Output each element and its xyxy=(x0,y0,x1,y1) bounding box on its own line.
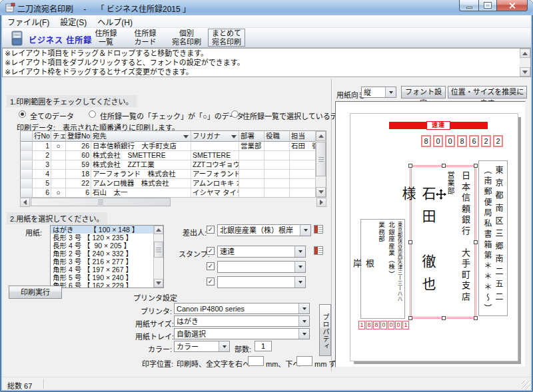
maximize-button[interactable] xyxy=(478,0,497,11)
tab-individual-print[interactable]: 個別 宛名印刷 xyxy=(166,29,207,47)
paper-size-combo[interactable]: はがき xyxy=(174,315,310,327)
chevron-down-icon[interactable] xyxy=(300,225,310,236)
menu-file[interactable]: ファイル(F) xyxy=(2,15,55,29)
menu-settings[interactable]: 設定(S) xyxy=(55,15,92,29)
col-header-title[interactable]: 役職 xyxy=(265,131,290,142)
resize-handle[interactable] xyxy=(408,240,412,244)
recipient-postal-code[interactable]: 8 0 0 8 6 2 2 xyxy=(421,135,503,147)
table-row[interactable]: 359株式会社 ZZT工業ZZTコウギョウ xyxy=(21,160,326,170)
radio-all-data[interactable] xyxy=(19,110,26,118)
chevron-down-icon[interactable] xyxy=(294,277,305,288)
express-stamp-bar[interactable]: 速達 xyxy=(389,122,488,129)
tab-address-list[interactable]: 住所録 一覧 xyxy=(87,29,125,47)
list-item[interactable]: はがき 【 100 × 148 】 xyxy=(51,226,163,234)
scroll-up-icon[interactable] xyxy=(520,49,530,58)
tab-address-card[interactable]: 住所録 カード xyxy=(126,29,165,47)
grid-vertical-scrollbar[interactable] xyxy=(315,131,326,197)
close-button[interactable] xyxy=(497,0,528,11)
paper-size-listbox[interactable]: はがき 【 100 × 148 】 長形 3 号 【 120 × 235 】 長… xyxy=(50,225,164,288)
scroll-up-icon[interactable] xyxy=(316,131,326,141)
stamp-combo-1[interactable]: 速達 xyxy=(217,246,306,258)
scrollbar-thumb[interactable] xyxy=(316,142,326,176)
color-combo[interactable]: カラー xyxy=(174,341,230,352)
stamp-card-icon[interactable] xyxy=(314,246,323,255)
radio-selected-data[interactable] xyxy=(231,110,239,118)
list-item[interactable]: 角形 6 号 【 162 × 229 】 xyxy=(51,282,163,288)
menu-help[interactable]: ヘルプ(H) xyxy=(92,15,138,29)
recipient-address-frame[interactable]: 東京都南区三郷南二五二 （南郵便局私書箱第＊＊＊〜） xyxy=(478,160,508,316)
resize-handle[interactable] xyxy=(474,316,478,320)
tab-batch-print[interactable]: まとめて 宛名印刷 xyxy=(208,29,245,47)
radio-checked-data-label[interactable]: 住所録一覧の「チェック」が「○」のデータ xyxy=(100,110,244,121)
tray-combo[interactable]: 自動選択 xyxy=(174,328,310,339)
stamp-combo-2[interactable] xyxy=(217,261,306,273)
sender-checkbox[interactable]: ✓ xyxy=(207,226,215,234)
resize-handle[interactable] xyxy=(408,316,412,320)
col-header-addressee[interactable]: 宛先 xyxy=(91,131,191,142)
sort-descending-icon[interactable] xyxy=(231,135,237,138)
print-execute-button[interactable]: 印刷実行 xyxy=(9,286,62,299)
resize-handle[interactable] xyxy=(442,164,446,168)
list-item[interactable]: 角形 2 号 【 240 × 332 】 xyxy=(51,250,163,258)
reset-position-size-button[interactable]: 位置・サイズを推奨に戻す xyxy=(448,86,527,98)
chevron-down-icon[interactable] xyxy=(298,329,309,339)
minimize-button[interactable] xyxy=(459,0,478,11)
chevron-down-icon[interactable] xyxy=(294,262,305,272)
font-settings-button[interactable]: フォント設定 xyxy=(401,86,446,98)
scroll-down-icon[interactable] xyxy=(154,279,163,288)
table-row[interactable]: 522アムンロ機器 株式会社アムンロキキ カブシ xyxy=(21,179,326,188)
scroll-down-icon[interactable] xyxy=(520,67,530,77)
resize-handle[interactable] xyxy=(474,164,478,168)
scroll-right-icon[interactable] xyxy=(316,198,326,207)
printer-combo[interactable]: Canon iP4800 series xyxy=(174,303,310,314)
list-item[interactable]: 角形 5 号 【 190 × 240 】 xyxy=(51,274,163,282)
scroll-down-icon[interactable] xyxy=(316,187,326,197)
scrollbar-thumb[interactable] xyxy=(31,198,171,206)
radio-checked-data[interactable] xyxy=(89,110,96,118)
col-header-check[interactable]: チェ xyxy=(51,131,66,142)
stamp-checkbox-2[interactable]: ✓ xyxy=(207,262,215,270)
chevron-down-icon[interactable] xyxy=(298,303,309,313)
title-bar[interactable]: 二刀流宛名印刷 - 「 ビジネス住所録2015 」 xyxy=(0,0,533,15)
scrollbar-thumb[interactable] xyxy=(154,242,163,258)
col-header-dept[interactable]: 部署 xyxy=(239,131,265,142)
chevron-down-icon[interactable] xyxy=(219,341,229,351)
table-row[interactable]: 6○6石山 太一イシヤマ タイチ xyxy=(21,188,326,198)
grid-horizontal-scrollbar[interactable] xyxy=(20,197,326,207)
table-row[interactable]: 260株式会社 SMETTERESMETTERE xyxy=(21,151,326,160)
orientation-combo[interactable]: 縦 xyxy=(361,87,396,98)
paper-list-scrollbar[interactable] xyxy=(153,226,163,288)
stamp-combo-3[interactable] xyxy=(217,276,306,288)
col-header-reg-no[interactable]: 登録No xyxy=(66,131,91,142)
col-header-kana[interactable]: フリガナ xyxy=(191,131,239,142)
resize-grip[interactable] xyxy=(522,381,530,389)
chevron-down-icon[interactable] xyxy=(298,316,309,326)
chevron-down-icon[interactable] xyxy=(294,246,305,257)
chevron-down-icon[interactable] xyxy=(385,87,396,97)
col-header-row-no[interactable]: 行No xyxy=(33,131,51,142)
notes-scrollbar[interactable] xyxy=(520,49,530,77)
table-row[interactable]: 418アーフォランド 株式会社アーフォランド カブ xyxy=(21,170,326,179)
postcard-preview[interactable]: 速達 8 0 0 8 6 2 2 東京都南区三郷南二五二 （南郵便局私書箱第＊＊… xyxy=(350,113,518,361)
resize-handle[interactable] xyxy=(442,316,446,320)
scroll-left-icon[interactable] xyxy=(20,198,30,207)
resize-handle[interactable] xyxy=(474,240,478,244)
list-item[interactable]: 角形 3 号 【 216 × 277 】 xyxy=(51,258,163,266)
copies-input[interactable]: 1 xyxy=(255,341,272,351)
properties-button[interactable]: プロパティ xyxy=(319,304,331,356)
col-header-contact[interactable]: 担当 xyxy=(290,131,316,142)
list-item[interactable]: 長形 3 号 【 120 × 235 】 xyxy=(51,234,163,242)
table-row[interactable]: 1○26日本信頼銀行 大手町支店営業部石田 徹也 xyxy=(21,142,326,151)
resize-handle[interactable] xyxy=(408,164,412,168)
recipient-name-frame-selected[interactable]: 日本信頼銀行 大手町支店 営業部 石田 徹也 様 xyxy=(410,165,476,319)
stamp-checkbox-1[interactable]: ✓ xyxy=(207,247,215,255)
sender-address-card-icon[interactable] xyxy=(314,225,323,234)
sort-descending-icon[interactable] xyxy=(183,135,189,138)
list-item[interactable]: 角形 4 号 【 197 × 267 】 xyxy=(51,266,163,274)
radio-all-data-label[interactable]: 全てのデータ xyxy=(30,110,74,121)
sender-combo[interactable]: 北銀座産業（株）根岸 xyxy=(217,224,311,236)
offset-down-input[interactable] xyxy=(296,356,312,366)
offset-right-input[interactable] xyxy=(248,356,264,366)
scroll-up-icon[interactable] xyxy=(154,226,163,234)
stamp-checkbox-3[interactable]: ✓ xyxy=(207,278,215,286)
